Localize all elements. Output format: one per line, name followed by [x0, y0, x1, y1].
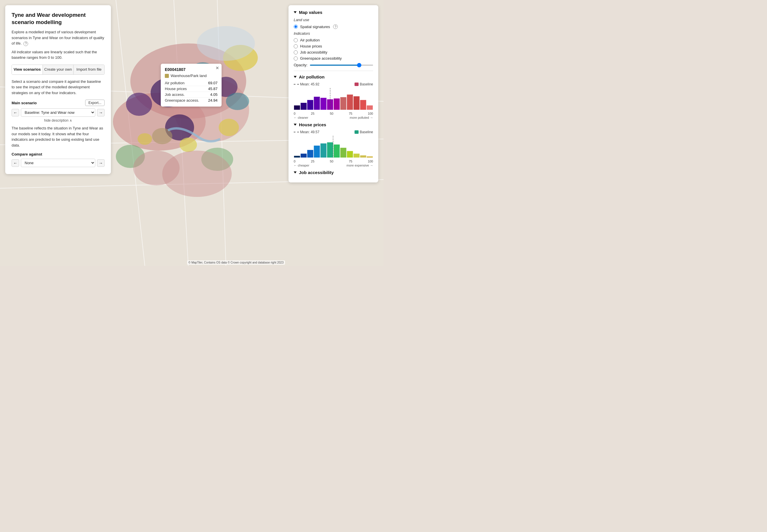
job-accessibility-label: Job accessibility	[300, 50, 327, 54]
land-use-label: Land use	[294, 18, 373, 22]
scenario-dropdown[interactable]: Baseline: Tyne and Wear now	[21, 108, 95, 117]
svg-point-12	[126, 93, 152, 116]
indicators-label: Indicators	[294, 31, 373, 36]
house-prices-legend-row: Mean: 49.57 Baseline	[294, 130, 373, 134]
help-icon-spatial[interactable]: ?	[333, 24, 338, 29]
job-accessibility-radio-row: Job accessibility	[294, 50, 373, 54]
popup-value-air: 69.07	[208, 81, 218, 85]
main-scenario-label: Main scenario Export...	[12, 100, 105, 106]
popup-row-air: Air pollution 69.07	[165, 80, 218, 86]
hp-axis-50: 50	[330, 160, 333, 163]
spatial-signatures-label: Spatial signatures	[300, 25, 330, 29]
left-panel: Tyne and Wear development scenario model…	[5, 5, 111, 174]
hide-description-toggle[interactable]: hide description ∧	[12, 118, 105, 123]
export-button[interactable]: Export...	[85, 100, 105, 106]
air-pollution-baseline-legend: Baseline	[355, 82, 373, 86]
scenario-prev-button[interactable]: ←	[12, 109, 19, 116]
compare-dropdown-row: ← None →	[12, 159, 105, 167]
house-prices-direction: ← cheaper more expensive →	[294, 164, 373, 167]
hp-axis-25: 25	[311, 160, 314, 163]
scenario-dropdown-row: ← Baseline: Tyne and Wear now →	[12, 108, 105, 117]
svg-point-17	[138, 133, 152, 145]
hp-axis-0: 0	[294, 160, 295, 163]
tab-view-scenarios[interactable]: View scenarios	[12, 65, 43, 74]
compare-prev-button[interactable]: ←	[12, 159, 19, 167]
popup-row-house: House prices 45.87	[165, 86, 218, 92]
popup-label-air: Air pollution	[165, 81, 185, 85]
popup-land-use: Warehouse/Park land	[165, 74, 218, 78]
air-pollution-label: Air pollution	[300, 38, 320, 42]
air-pollution-mean-value: Mean: 45.92	[300, 82, 319, 86]
house-prices-mean-value: Mean: 49.57	[300, 130, 319, 134]
popup-label-job: Job access.	[165, 92, 185, 97]
air-pollution-chart-section: Mean: 45.92 Baseline 0 25 50 75 100 ← cl…	[294, 82, 373, 119]
air-direction-right: more polluted →	[350, 116, 373, 119]
house-prices-section-title: House prices	[294, 122, 373, 127]
compare-against-label: Compare against	[12, 152, 105, 156]
popup-land-use-label: Warehouse/Park land	[171, 74, 207, 78]
popup-value-job: 4.05	[210, 92, 218, 97]
axis-0: 0	[294, 112, 295, 115]
popup-value-green: 24.94	[208, 98, 218, 103]
axis-50: 50	[330, 112, 333, 115]
job-accessibility-section-title: Job accessibility	[294, 170, 373, 175]
map-values-title: Map values	[294, 10, 373, 15]
compare-next-button[interactable]: →	[97, 159, 105, 167]
popup-row-green: Greenspace access. 24.94	[165, 98, 218, 103]
air-pollution-legend-row: Mean: 45.92 Baseline	[294, 82, 373, 86]
house-prices-collapse-icon	[294, 124, 297, 126]
scenario-next-button[interactable]: →	[97, 109, 105, 116]
land-use-color-swatch	[165, 74, 169, 78]
air-pollution-radio[interactable]	[294, 38, 298, 42]
popup-label-house: House prices	[165, 87, 187, 91]
help-icon-1[interactable]: ?	[23, 41, 28, 46]
house-prices-chart	[294, 136, 373, 159]
opacity-label: Opacity:	[294, 63, 308, 67]
axis-25: 25	[311, 112, 314, 115]
air-pollution-baseline-color	[355, 83, 359, 86]
air-pollution-direction: ← cleaner more polluted →	[294, 116, 373, 119]
svg-point-15	[219, 119, 239, 136]
air-pollution-section-title: Air pollution	[294, 74, 373, 79]
air-direction-left: ← cleaner	[294, 116, 308, 119]
opacity-row: Opacity:	[294, 63, 373, 67]
spatial-signatures-radio[interactable]	[294, 25, 298, 29]
map-attribution: © MapTiler, Contains OS data © Crown cop…	[187, 260, 285, 265]
popup-close-button[interactable]: ✕	[216, 65, 219, 71]
compare-dropdown[interactable]: None	[21, 159, 95, 167]
hp-axis-75: 75	[349, 160, 352, 163]
greenspace-radio[interactable]	[294, 56, 298, 61]
popup-id: E00041807	[165, 67, 218, 72]
air-pollution-axis: 0 25 50 75 100	[294, 112, 373, 115]
air-pollution-dashed-line	[294, 84, 299, 85]
tab-create-own[interactable]: Create your own	[43, 65, 74, 74]
description1: Explore a modelled impact of various dev…	[12, 29, 105, 46]
baseline-description: The baseline reflects the situation in T…	[12, 125, 105, 148]
section-text: Select a scenario and compare it against…	[12, 79, 105, 96]
air-pollution-chart	[294, 88, 373, 111]
right-panel: Map values Land use Spatial signatures ?…	[288, 5, 378, 182]
house-prices-baseline-color	[355, 130, 359, 134]
tab-import-file[interactable]: Import from file	[74, 65, 104, 74]
map-popup: ✕ E00041807 Warehouse/Park land Air poll…	[161, 64, 222, 107]
house-prices-baseline-label: Baseline	[360, 130, 373, 134]
axis-75: 75	[349, 112, 352, 115]
tab-bar: View scenarios Create your own Import fr…	[12, 65, 105, 75]
svg-point-19	[226, 93, 249, 110]
hp-axis-100: 100	[368, 160, 373, 163]
greenspace-radio-row: Greenspace accessibility	[294, 56, 373, 61]
description2: All indicator values are linearly scaled…	[12, 49, 105, 61]
spatial-signatures-radio-row: Spatial signatures ?	[294, 24, 373, 29]
house-prices-radio-row: House prices	[294, 44, 373, 48]
air-pollution-canvas	[294, 88, 373, 111]
job-accessibility-radio[interactable]	[294, 50, 298, 54]
popup-row-job: Job access. 4.05	[165, 92, 218, 98]
greenspace-label: Greenspace accessibility	[300, 56, 342, 61]
air-pollution-collapse-icon	[294, 76, 297, 78]
house-prices-radio[interactable]	[294, 44, 298, 48]
air-pollution-mean-label: Mean: 45.92	[294, 82, 319, 86]
hp-direction-right: more expensive →	[346, 164, 373, 167]
house-prices-canvas	[294, 136, 373, 159]
opacity-slider[interactable]	[310, 65, 373, 66]
popup-label-green: Greenspace access.	[165, 98, 199, 103]
